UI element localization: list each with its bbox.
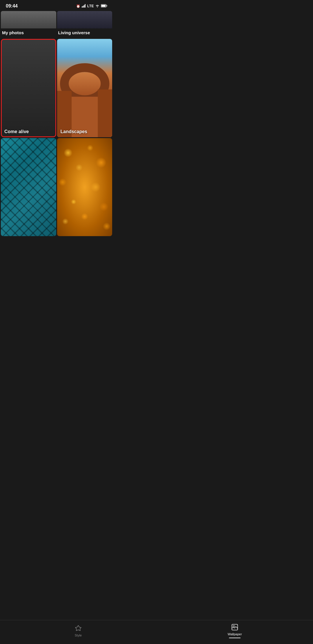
alarm-icon: ⏰ xyxy=(76,4,80,8)
bokeh-thumbnail xyxy=(57,138,112,236)
status-bar: 09:44 ⏰ LTE xyxy=(0,0,113,11)
come-alive-thumbnail xyxy=(1,39,56,137)
svg-rect-6 xyxy=(101,5,106,7)
landscapes-label: Landscapes xyxy=(61,129,87,134)
status-icons: ⏰ LTE xyxy=(76,3,107,9)
svg-rect-11 xyxy=(98,89,112,137)
landscapes-thumbnail xyxy=(57,39,112,137)
wallpaper-grid: Come alive Landscapes xyxy=(0,39,113,236)
svg-rect-1 xyxy=(83,6,83,8)
svg-rect-2 xyxy=(84,5,85,8)
come-alive-label: Come alive xyxy=(4,129,29,134)
category-bokeh[interactable] xyxy=(57,138,112,236)
my-photos-thumbnail-top xyxy=(1,11,56,28)
category-living-universe-top[interactable]: Living universe xyxy=(57,11,112,38)
architecture-thumbnail xyxy=(1,138,56,236)
signal-icon xyxy=(82,4,86,8)
my-photos-label: My photos xyxy=(1,28,56,38)
svg-rect-5 xyxy=(107,5,107,7)
lte-label: LTE xyxy=(87,4,94,8)
top-row: My photos Living universe xyxy=(0,11,113,38)
category-my-photos-top[interactable]: My photos xyxy=(1,11,56,38)
svg-rect-3 xyxy=(85,4,85,8)
living-universe-label: Living universe xyxy=(57,28,112,38)
svg-rect-0 xyxy=(82,6,83,8)
wifi-icon xyxy=(95,3,99,9)
living-universe-thumbnail-top xyxy=(57,11,112,28)
category-landscapes[interactable]: Landscapes xyxy=(57,39,112,137)
scroll-content: My photos Living universe Come alive xyxy=(0,11,113,262)
battery-icon xyxy=(101,3,107,9)
category-come-alive[interactable]: Come alive xyxy=(1,39,56,137)
status-time: 09:44 xyxy=(6,3,18,9)
category-architecture[interactable] xyxy=(1,138,56,236)
